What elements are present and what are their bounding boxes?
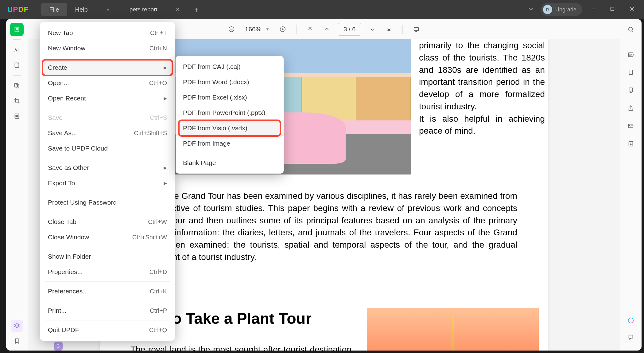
menu-item-label: Print... [48,307,67,314]
right-sidebar: OCR [620,19,642,351]
tabs-overflow-icon[interactable] [523,2,539,17]
layers-button[interactable] [11,320,23,332]
compress-button[interactable] [624,66,638,79]
title-bar: UPDF File Help ▾ pets report ✕ ＋ R Upgra… [0,0,644,19]
svg-rect-28 [630,91,632,93]
save-cloud-button[interactable] [624,137,638,151]
create-submenu-item[interactable]: PDF from CAJ (.caj) [176,59,284,74]
submenu-arrow-icon: ▶ [164,181,167,186]
zoom-select[interactable]: 166% ▼ [242,25,272,33]
file-menu-item[interactable]: New TabCtrl+T [40,25,175,41]
document-tab[interactable]: ▾ pets report ✕ [101,2,187,18]
thumbnails-page-badge: 3 [54,342,63,351]
file-menu-item[interactable]: Save as Other▶ [40,160,175,175]
menu-item-label: Save to UPDF Cloud [48,145,108,152]
zoom-in-button[interactable] [277,24,288,35]
menu-divider [45,108,170,108]
menu-item-label: Export To [48,179,75,187]
edit-tool[interactable] [10,58,24,72]
next-page-button[interactable] [367,24,378,35]
create-submenu-item[interactable]: PDF from Excel (.xlsx) [176,90,284,105]
app-logo: UPDF [7,5,29,14]
file-menu-item[interactable]: Print...Ctrl+P [40,303,175,318]
chat-button[interactable] [624,330,638,344]
ocr-button[interactable]: OCR [624,48,638,61]
file-menu-item[interactable]: Open Recent▶ [40,91,175,106]
menu-help[interactable]: Help [67,3,96,16]
menu-item-shortcut: Ctrl+Q [149,327,167,334]
comment-tool[interactable] [10,43,24,57]
file-menu-item[interactable]: Export To▶ [40,175,175,191]
menu-item-label: Show in Folder [48,253,91,260]
file-menu-item[interactable]: New WindowCtrl+N [40,41,175,56]
svg-rect-26 [629,70,633,75]
menu-item-label: Save [48,114,63,121]
redact-tool[interactable] [10,109,24,123]
window-close-button[interactable] [623,2,641,18]
file-menu-item[interactable]: Close TabCtrl+W [40,214,175,229]
create-submenu-item[interactable]: PDF from PowerPoint (.pptx) [176,105,284,120]
share-button[interactable] [624,101,638,115]
file-menu-item[interactable]: Quit UPDFCtrl+Q [40,322,175,338]
chevron-down-icon: ▼ [266,27,269,31]
file-menu-item[interactable]: Open...Ctrl+O [40,75,175,91]
window-maximize-button[interactable] [603,2,621,18]
page-indicator[interactable]: 3 / 6 [338,23,361,36]
protect-button[interactable] [624,84,638,97]
menu-item-label: Close Tab [48,218,76,226]
menu-item-label: Protect Using Password [48,199,117,206]
file-menu-item[interactable]: Protect Using Password [40,195,175,210]
svg-rect-11 [16,116,18,117]
tab-dropdown-icon[interactable]: ▾ [107,6,113,13]
menu-divider [45,281,170,282]
divider [13,75,21,76]
create-submenu-item[interactable]: PDF from Word (.docx) [176,74,284,90]
menu-file[interactable]: File [41,3,67,16]
svg-rect-1 [611,7,614,10]
body-paragraph: Although the Grand Tour has been examine… [130,190,517,263]
first-page-button[interactable] [305,24,316,35]
menu-item-label: New Tab [48,29,73,37]
menu-divider [45,301,170,301]
menu-item-label: New Window [48,45,86,52]
file-menu-item: SaveCtrl+S [40,110,175,125]
zoom-out-button[interactable] [226,24,237,35]
crop-tool[interactable] [10,94,24,108]
reader-tool[interactable] [10,23,24,36]
menu-item-label: Open Recent [48,95,86,102]
email-button[interactable] [624,119,638,133]
highlight-ring [178,120,281,137]
upgrade-button[interactable]: R Upgrade [541,3,582,16]
ai-button[interactable] [625,315,636,326]
file-menu-item[interactable]: Save As...Ctrl+Shift+S [40,125,175,141]
create-submenu-item[interactable]: PDF from Image [176,136,284,151]
file-menu-item[interactable]: Properties...Ctrl+D [40,264,175,280]
file-menu-item[interactable]: Close WindowCtrl+Shift+W [40,229,175,245]
last-page-button[interactable] [383,24,394,35]
file-menu: New TabCtrl+TNew WindowCtrl+NCreate▶Open… [40,22,175,341]
menu-item-shortcut: Ctrl+N [149,45,167,52]
prev-page-button[interactable] [321,24,332,35]
menu-item-label: Properties... [48,268,83,276]
file-menu-item[interactable]: Save to UPDF Cloud [40,141,175,156]
window-minimize-button[interactable] [584,2,602,18]
tab-close-icon[interactable]: ✕ [174,5,182,14]
file-menu-item[interactable]: Preferences...Ctrl+K [40,284,175,299]
menu-item-shortcut: Ctrl+Shift+S [134,130,167,137]
search-button[interactable] [624,23,638,36]
menu-item-shortcut: Ctrl+Shift+W [132,234,167,241]
presentation-button[interactable] [411,24,422,35]
file-menu-item[interactable]: Create▶ [40,60,175,75]
create-submenu-item[interactable]: PDF from Visio (.vsdx) [176,120,284,136]
svg-rect-20 [414,28,419,31]
menu-item-label: Quit UPDF [48,326,79,334]
menu-item-shortcut: Ctrl+W [148,218,167,226]
eiffel-image [367,308,539,351]
menu-item-shortcut: Ctrl+T [150,29,167,37]
add-tab-button[interactable]: ＋ [193,5,200,14]
organize-tool[interactable] [10,79,24,92]
tab-title: pets report [113,6,174,13]
bookmark-icon[interactable] [14,338,20,346]
file-menu-item[interactable]: Show in Folder [40,249,175,264]
create-submenu-item[interactable]: Blank Page [176,155,284,171]
